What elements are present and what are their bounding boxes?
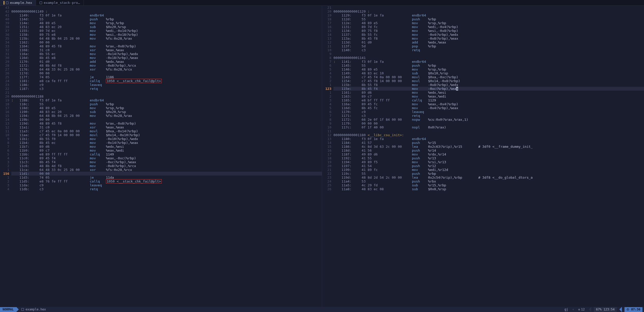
line-number: 5 bbox=[0, 152, 9, 156]
code-line: 112d: 55 push %rbp bbox=[333, 17, 644, 21]
code-line bbox=[11, 6, 322, 10]
line-number: 8 bbox=[0, 141, 9, 145]
status-filename: example.hex bbox=[19, 308, 48, 311]
code-line: 1165: e8 bf ff ff ff callq 1129 bbox=[333, 98, 644, 102]
line-number: 34 bbox=[0, 40, 9, 44]
code-line: 1180: f3 0f 1e fa endbr64 bbox=[333, 137, 644, 141]
code-line: 11db: c3 retq bbox=[11, 187, 322, 191]
line-number: 20 bbox=[322, 164, 331, 168]
code-line: 115b: 64 48 8b 04 25 28 00 mov %fs:0x28,… bbox=[11, 37, 322, 40]
line-number-gutter: 2120191817161514131211109876543211231234… bbox=[322, 6, 333, 307]
gear-icon bbox=[578, 308, 580, 311]
code-line: 11ca: 64 48 33 0c 25 28 00 xor %fs:0x28,… bbox=[11, 168, 322, 172]
code-line: 1172: 66 2e 0f 1f 84 00 00 nopw %cs:0x0(… bbox=[333, 118, 644, 122]
tab-example-hex[interactable]: example.hex bbox=[0, 0, 36, 5]
line-number: 11 bbox=[322, 129, 331, 133]
tab-example-stack-pro[interactable]: example_stack-pro… bbox=[36, 0, 84, 5]
code-line: 0000000000001129 : bbox=[333, 10, 644, 13]
line-number: 23 bbox=[322, 176, 331, 179]
code-line: 118f: 49 89 d6 mov %rdx,%r14 bbox=[333, 152, 644, 156]
code-area-left[interactable]: 0000000000001149 : 1149: f3 0f 1e fa end… bbox=[11, 6, 322, 307]
code-line: 11b4: 8b 45 ec mov -0x14(%rbp),%eax bbox=[11, 141, 322, 145]
line-number: 37 bbox=[0, 29, 9, 33]
line-number: 1 bbox=[0, 168, 9, 172]
code-line: 116a: 8b 55 ec mov -0x14(%rbp),%edx bbox=[11, 52, 322, 56]
line-number: 13 bbox=[322, 137, 331, 141]
line-number: 32 bbox=[0, 48, 9, 52]
line-number: 9 bbox=[0, 137, 9, 141]
line-number: 14 bbox=[0, 118, 9, 122]
status-position: 67% 123:54 bbox=[594, 307, 616, 312]
code-line: 11d5: e8 76 fe ff ff callq 1050 <__stack… bbox=[11, 179, 322, 183]
code-line: 1149: f3 0f 1e fa endbr64 bbox=[11, 13, 322, 17]
line-number: 4 bbox=[0, 187, 9, 191]
code-line: 1172: 48 8b 4d f8 mov -0x8(%rbp),%rcx bbox=[11, 64, 322, 67]
code-line bbox=[11, 91, 322, 94]
line-number: 4 bbox=[322, 102, 331, 106]
line-number-gutter: 4342414039383736353433323130292827262524… bbox=[0, 6, 11, 307]
line-number: 9 bbox=[322, 122, 331, 125]
line-number: 3 bbox=[0, 160, 9, 164]
line-number: 1 bbox=[322, 91, 331, 94]
code-line: 1149: 48 83 ec 10 sub $0x10,%rsp bbox=[333, 71, 644, 75]
code-line: 11c3: 8b 45 f4 mov -0xc(%rbp),%eax bbox=[11, 160, 322, 164]
code-line: 116d: 8b 45 fc mov -0x4(%rbp),%eax bbox=[333, 106, 644, 110]
right-pane[interactable]: 2120191817161514131211109876543211231234… bbox=[322, 6, 644, 307]
code-line: 1176: 64 48 33 0c 25 28 00 xor %fs:0x28,… bbox=[11, 67, 322, 71]
code-line: 1137: 8b 55 fc mov -0x4(%rbp),%edx bbox=[333, 33, 644, 37]
code-line: 11a5: 4c 29 fd sub %r15,%rbp bbox=[333, 183, 644, 187]
code-line: 112e: 48 89 e5 mov %rsp,%rbp bbox=[333, 21, 644, 25]
code-line: 118c: 55 push %rbp bbox=[11, 102, 322, 106]
line-number: 4 bbox=[322, 71, 331, 75]
code-line: 114e: 48 89 e5 mov %rsp,%rbp bbox=[11, 21, 322, 25]
line-number: 26 bbox=[0, 71, 9, 75]
line-number: 5 bbox=[322, 67, 331, 71]
tab-label: example_stack-pro… bbox=[44, 1, 80, 5]
tab-active-indicator bbox=[4, 1, 4, 5]
line-number: 19 bbox=[322, 160, 331, 164]
line-number: 42 bbox=[0, 10, 9, 13]
line-number: 5 bbox=[322, 106, 331, 110]
code-line: 1155: 89 7d ec mov %edi,-0x14(%rbp) bbox=[11, 29, 322, 33]
line-number: 30 bbox=[0, 56, 9, 60]
line-number: 20 bbox=[0, 94, 9, 98]
line-number: 25 bbox=[0, 75, 9, 79]
code-line: 11b7: 89 d6 mov %edx,%esi bbox=[11, 145, 322, 149]
code-line: 118d: 48 89 e5 mov %rsp,%rbp bbox=[11, 106, 322, 110]
code-line: 118d: 41 56 push %r14 bbox=[333, 149, 644, 152]
code-line: 1168: 31 c0 xor %eax,%eax bbox=[11, 48, 322, 52]
left-pane[interactable]: 4342414039383736353433323130292827262524… bbox=[0, 6, 322, 307]
line-number: 15 bbox=[322, 145, 331, 149]
line-number: 7 bbox=[0, 145, 9, 149]
code-line bbox=[333, 6, 644, 10]
line-number: 21 bbox=[322, 168, 331, 172]
line-number: 6 bbox=[322, 64, 331, 67]
vim-mode: NORMAL bbox=[0, 307, 16, 312]
separator-arrow-icon bbox=[619, 307, 622, 312]
code-line: 1129: f3 0f 1e fa endbr64 bbox=[333, 13, 644, 17]
line-number: 10 bbox=[0, 133, 9, 137]
line-number: 15 bbox=[322, 29, 331, 33]
code-line: 117f: 74 05 je 1186 bbox=[11, 75, 322, 79]
line-number: 28 bbox=[0, 64, 9, 67]
code-line: 11c6: 48 8b 4d f8 mov -0x8(%rbp),%rcx bbox=[11, 164, 322, 168]
line-number: 16 bbox=[322, 149, 331, 152]
code-area-right[interactable]: 0000000000001129 : 1129: f3 0f 1e fa end… bbox=[333, 6, 644, 307]
code-line: 1181: e8 ca fe ff ff callq 1050 <__stack… bbox=[11, 79, 322, 83]
line-number: 8 bbox=[322, 118, 331, 122]
line-number: 36 bbox=[0, 33, 9, 37]
line-number: 15 bbox=[0, 114, 9, 118]
line-number: 38 bbox=[0, 25, 9, 29]
code-line: 113d: 01 d0 add %edx,%eax bbox=[333, 40, 644, 44]
line-number: 13 bbox=[322, 37, 331, 40]
status-clock: 07:36 bbox=[624, 307, 642, 312]
line-number: 18 bbox=[0, 102, 9, 106]
code-line: 1197: 41 54 push %r12 bbox=[333, 164, 644, 168]
code-line: 11b9: 89 c7 mov %eax,%edi bbox=[11, 149, 322, 152]
line-number: 6 bbox=[322, 110, 331, 114]
line-number: 10 bbox=[322, 125, 331, 129]
file-icon bbox=[40, 2, 42, 4]
line-number: 14 bbox=[322, 141, 331, 145]
code-line: 1186: c9 leaveq bbox=[11, 83, 322, 87]
line-number: 156 bbox=[0, 172, 9, 176]
